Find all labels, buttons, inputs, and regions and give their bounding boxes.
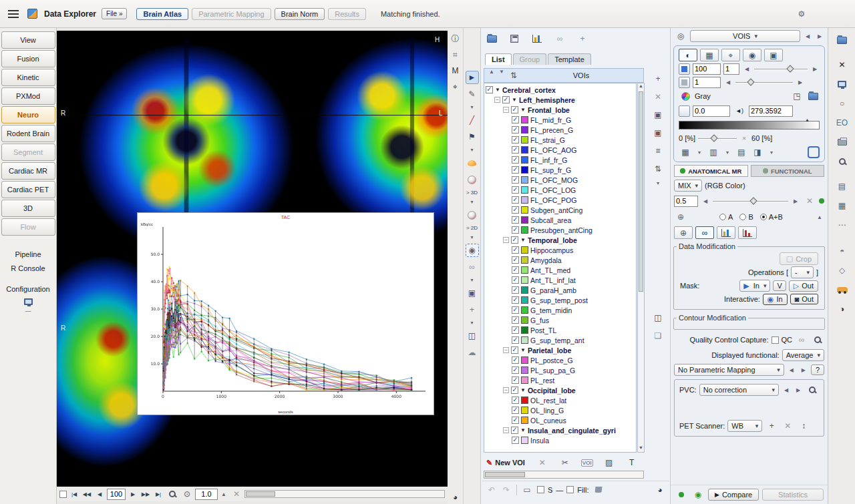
voi-row-g-parah-amb[interactable]: G_paraH_amb xyxy=(484,285,636,295)
voi-row-fl-sup-fr-g[interactable]: FL_sup_fr_G xyxy=(484,165,636,175)
voi-color-swatch[interactable] xyxy=(521,437,528,444)
voi-checkbox[interactable] xyxy=(512,336,519,344)
load-voi-icon[interactable] xyxy=(485,32,498,45)
expander-icon[interactable]: − xyxy=(503,347,509,353)
split-toggle-more[interactable]: ▾ xyxy=(767,150,776,156)
qc-zoom-icon[interactable] xyxy=(811,333,824,346)
voi-checkbox[interactable] xyxy=(512,156,519,164)
voi-color-swatch[interactable] xyxy=(521,196,528,204)
max-value-input[interactable] xyxy=(749,105,793,117)
voi-row-temporal-lobe[interactable]: −▼Temporal_lobe xyxy=(484,235,636,245)
draw-contour-tool[interactable]: ✎ xyxy=(466,87,479,101)
transport-transport-prev-0-icon[interactable]: |◀ xyxy=(68,487,80,501)
blend-mode-icon[interactable]: ⊕ xyxy=(674,210,687,224)
hands-tool[interactable]: + xyxy=(466,303,479,316)
zoom-in-icon[interactable] xyxy=(166,487,179,501)
pvc-next-icon[interactable]: ▶ xyxy=(794,387,803,393)
transport-transport-next-2-icon[interactable]: ▶| xyxy=(152,487,164,501)
more-voi-icon[interactable]: ▾ xyxy=(653,180,663,186)
voi-checkbox[interactable] xyxy=(512,246,519,254)
voi-row-parietal-lobe[interactable]: −▼Parietal_lobe xyxy=(484,345,636,355)
transport-transport-next-1-icon[interactable]: ▶▶ xyxy=(140,487,152,501)
voi-row-fl-strai-g[interactable]: FL_strai_G xyxy=(484,135,636,145)
voi-row-fl-precen-g[interactable]: FL_precen_G xyxy=(484,125,636,135)
voi-checkbox[interactable] xyxy=(512,306,519,314)
vois-selector[interactable]: VOIS ▾ xyxy=(690,30,800,42)
delete-voi-icon[interactable]: ✕ xyxy=(651,90,665,103)
voi-statistics-icon[interactable] xyxy=(530,32,544,45)
collapse-icon[interactable]: ▼ xyxy=(520,427,526,433)
group-voi-icon[interactable]: ⇅ xyxy=(651,162,665,176)
info-icon[interactable]: ⓘ xyxy=(449,32,462,45)
display-mode-icon[interactable]: ◎ xyxy=(674,29,687,43)
transport-transport-prev-2-icon[interactable]: ◀ xyxy=(94,487,106,501)
mask-v-button[interactable]: V xyxy=(773,280,786,291)
voi-checkbox[interactable] xyxy=(512,226,519,234)
voi-color-swatch[interactable] xyxy=(521,206,528,214)
voi-color-swatch[interactable] xyxy=(521,226,528,234)
upper-threshold-input[interactable] xyxy=(693,63,721,75)
voi-stamp-icon[interactable]: VOI xyxy=(581,459,593,467)
copy-voi-icon[interactable]: ▣ xyxy=(651,108,665,121)
sidebar-item-r-console[interactable]: R Console xyxy=(1,261,55,275)
colormap-name[interactable]: Gray xyxy=(695,92,711,100)
voi-color-swatch[interactable] xyxy=(521,316,528,324)
voi-row-ol-rest-lat[interactable]: OL_rest_lat xyxy=(484,395,636,405)
collapse-icon[interactable]: ▼ xyxy=(520,107,526,113)
voi-color-swatch[interactable] xyxy=(521,116,528,123)
taxi-icon[interactable] xyxy=(836,283,849,296)
voi-tree[interactable]: ▼Cerebral_cortex−▼Left_hemisphere−▼Front… xyxy=(484,83,637,453)
globe-tab[interactable]: ⊕ xyxy=(674,226,693,239)
percent-reset-icon[interactable]: ✕ xyxy=(739,136,749,142)
voi-color-swatch[interactable] xyxy=(521,397,528,404)
image-viewport[interactable]: RLHR TAC kBq/cc seconds xyxy=(57,31,448,487)
upper-color-button[interactable] xyxy=(679,63,690,75)
voi-row-g-fus[interactable]: G_fus xyxy=(484,315,636,325)
sidebar-item-cardiac-pet[interactable]: Cardiac PET xyxy=(1,181,55,198)
sphere-3d-more[interactable]: ▾ xyxy=(468,199,477,205)
selector-prev-icon[interactable]: ◀ xyxy=(803,33,812,39)
paint-bucket-icon[interactable] xyxy=(592,483,605,497)
voi-row-fl-mid-fr-g[interactable]: FL_mid_fr_G xyxy=(484,115,636,125)
voi-row-ant-tl-inf-lat[interactable]: Ant_TL_inf_lat xyxy=(484,275,636,285)
voi-row-pl-postce-g[interactable]: PL_postce_G xyxy=(484,355,636,365)
sidebar-item-pxmod[interactable]: PXMod xyxy=(1,87,55,105)
voi-color-swatch[interactable] xyxy=(521,166,528,174)
voi-checkbox[interactable] xyxy=(512,376,519,384)
voi-checkbox[interactable] xyxy=(511,236,518,244)
image-tab[interactable]: ▣ xyxy=(764,49,783,61)
panel-tool[interactable]: ◫ xyxy=(466,329,479,342)
frame-outline-button[interactable] xyxy=(808,146,820,158)
voi-color-swatch[interactable] xyxy=(521,356,528,364)
voi-checkbox[interactable] xyxy=(512,296,519,304)
voi-color-swatch[interactable] xyxy=(521,186,528,194)
sidebar-item-pipeline[interactable]: Pipeline xyxy=(1,247,55,261)
transport-transport-prev-1-icon[interactable]: ◀◀ xyxy=(81,487,93,501)
voi-checkbox[interactable] xyxy=(512,136,519,144)
alpha-slider[interactable] xyxy=(713,197,788,206)
tab-brain-norm[interactable]: Brain Norm xyxy=(275,8,325,20)
autoscale-button[interactable] xyxy=(679,105,690,117)
collapse-icon[interactable]: ▼ xyxy=(520,347,526,353)
voi-color-swatch[interactable] xyxy=(521,136,528,144)
qc-link-icon[interactable]: ∞ xyxy=(795,333,808,346)
voi-row-g-sup-temp-post[interactable]: G_sup_temp_post xyxy=(484,295,636,305)
upper-inc-icon[interactable]: ▶ xyxy=(810,66,820,72)
voi-row-g-tem-midin[interactable]: G_tem_midin xyxy=(484,305,636,315)
interactive-out-button[interactable]: ◙Out xyxy=(790,294,818,304)
sidebar-item-view[interactable]: View xyxy=(1,31,55,49)
blend-radio-b[interactable]: B xyxy=(739,213,753,221)
voi-row-frontal-lobe[interactable]: −▼Frontal_lobe xyxy=(484,105,636,115)
export-folder-icon[interactable] xyxy=(836,33,849,47)
voi-color-swatch[interactable] xyxy=(521,176,528,184)
collapse-icon[interactable]: ▼ xyxy=(512,97,517,103)
lower-inc-icon[interactable]: ▶ xyxy=(796,79,805,85)
voi-row-subgen-antcing[interactable]: Subgen_antCing xyxy=(484,205,636,215)
voi-checkbox[interactable] xyxy=(511,106,518,113)
upper-dec-icon[interactable]: ◀ xyxy=(742,66,751,72)
voi-checkbox[interactable] xyxy=(502,96,510,103)
mix-dropdown[interactable]: MIX▾ xyxy=(674,180,702,192)
voi-checkbox[interactable] xyxy=(511,346,518,354)
tab-functional[interactable]: FUNCTIONAL xyxy=(751,165,825,177)
voi-color-swatch[interactable] xyxy=(521,336,528,344)
